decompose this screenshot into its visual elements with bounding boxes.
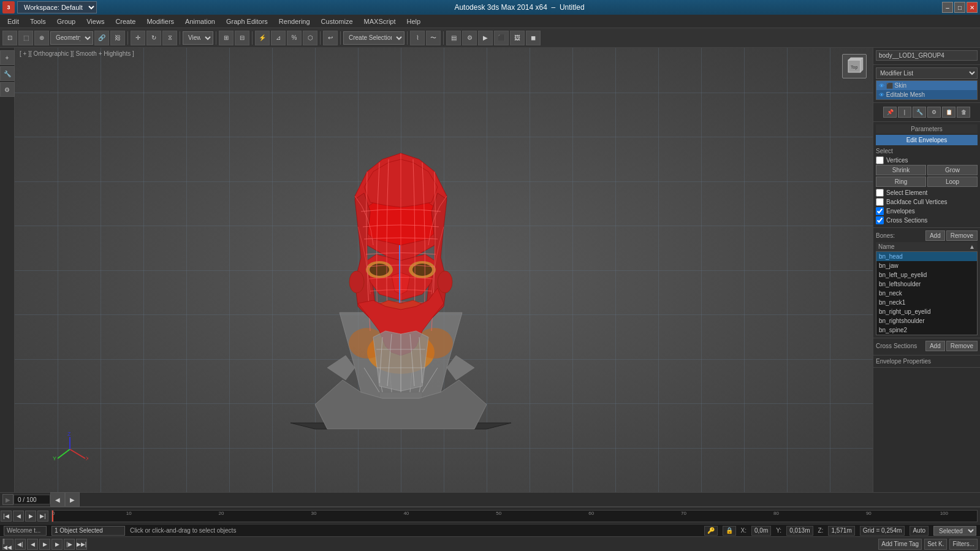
object-name-field[interactable] — [876, 50, 978, 61]
pb-next-frame-btn[interactable]: |▶ — [64, 539, 75, 550]
pb-start-btn[interactable]: |◀◀ — [2, 539, 13, 550]
envelopes-checkbox[interactable] — [876, 207, 884, 215]
bone-item-jaw[interactable]: bn_jaw — [876, 261, 977, 270]
hierarchy-btn[interactable]: ⚙ — [0, 82, 15, 97]
tl-prev-btn[interactable]: ◀ — [13, 511, 24, 522]
layer-btn[interactable]: ▤ — [446, 31, 461, 45]
select-rotate[interactable]: ↻ — [146, 31, 161, 45]
cross-remove-button[interactable]: Remove — [946, 341, 978, 351]
set-keys-btn[interactable]: Set K. — [924, 539, 947, 550]
view-dropdown[interactable]: View — [183, 31, 213, 45]
minimize-button[interactable]: – — [942, 2, 953, 13]
cross-sections-checkbox[interactable] — [876, 216, 884, 224]
render-setup[interactable]: ⚙ — [462, 31, 477, 45]
edit-envelopes-button[interactable]: Edit Envelopes — [876, 135, 978, 145]
pb-prev-key-btn[interactable]: ◀ — [27, 539, 38, 550]
unlink-tool[interactable]: ⛓ — [110, 31, 125, 45]
menu-views[interactable]: Views — [82, 17, 109, 26]
tl-start-btn[interactable]: |◀ — [1, 511, 12, 522]
render-frame[interactable]: 🖼 — [510, 31, 525, 45]
select-filter[interactable]: ⊕ — [34, 31, 49, 45]
bones-remove-button[interactable]: Remove — [946, 230, 978, 241]
menu-tools[interactable]: Tools — [25, 17, 51, 26]
select-region[interactable]: ⬚ — [18, 31, 33, 45]
link-tool[interactable]: 🔗 — [94, 31, 109, 45]
undo-scene[interactable]: ↩ — [323, 31, 338, 45]
modifier-icon-4[interactable]: 📋 — [942, 107, 955, 118]
bone-item-left-up-eyelid[interactable]: bn_left_up_eyelid — [876, 270, 977, 279]
tl-play-btn[interactable]: ▶ — [25, 511, 36, 522]
menu-rendering[interactable]: Rendering — [274, 17, 315, 26]
pivot-btn[interactable]: ⊞ — [219, 31, 234, 45]
bone-item-neck1[interactable]: bn_neck1 — [876, 298, 977, 307]
sort-icon[interactable]: ▲ — [969, 243, 975, 250]
modifier-icon-2[interactable]: 🔧 — [913, 107, 926, 118]
backface-checkbox[interactable] — [876, 198, 884, 206]
geometry-filter-dropdown[interactable]: Geometry — [50, 31, 93, 45]
nav-play-button[interactable]: ▶ — [2, 494, 13, 505]
nav-cube[interactable]: Top — [842, 54, 867, 78]
select-scale[interactable]: ⧖ — [162, 31, 177, 45]
viewport[interactable]: X Y Z Top [ + ][ Orthographic ][ Smooth … — [15, 48, 873, 492]
menu-animation[interactable]: Animation — [180, 17, 220, 26]
select-element-checkbox[interactable] — [876, 189, 884, 197]
menu-modifiers[interactable]: Modifiers — [142, 17, 179, 26]
create-panel-btn[interactable]: + — [0, 50, 15, 65]
selection-dropdown[interactable]: Selected — [933, 526, 976, 536]
modifier-skin[interactable]: 👁 ⬛ Skin — [876, 81, 977, 90]
loop-button[interactable]: Loop — [927, 177, 978, 187]
pb-end-btn[interactable]: ▶▶| — [76, 539, 87, 550]
workspace-dropdown[interactable]: Workspace: Default — [17, 1, 97, 13]
menu-help[interactable]: Help — [402, 17, 426, 26]
pb-play-btn[interactable]: ▶ — [39, 539, 50, 550]
menu-graph-editors[interactable]: Graph Editors — [221, 17, 273, 26]
pin-icon-btn[interactable]: 📌 — [883, 107, 897, 118]
maximize-button[interactable]: □ — [954, 2, 965, 13]
select-tool[interactable]: ⊡ — [2, 31, 17, 45]
nav-arrow-right[interactable]: ▶ — [65, 492, 80, 507]
bone-item-neck[interactable]: bn_neck — [876, 289, 977, 298]
bone-item-rightshoulder[interactable]: bn_rightshoulder — [876, 316, 977, 325]
cross-add-button[interactable]: Add — [925, 341, 945, 351]
bones-add-button[interactable]: Add — [925, 230, 945, 241]
timeline-track[interactable]: 0 10 20 30 40 50 60 70 80 90 100 — [51, 510, 978, 522]
nav-arrow-left[interactable]: ◀ — [50, 492, 65, 507]
ring-button[interactable]: Ring — [876, 177, 926, 187]
modifier-list-dropdown[interactable]: Modifier List — [876, 67, 978, 79]
modify-panel-btn[interactable]: 🔧 — [0, 66, 15, 81]
mirror-btn[interactable]: ⊟ — [235, 31, 249, 45]
bone-item-right-up-eyelid[interactable]: bn_right_up_eyelid — [876, 307, 977, 316]
menu-maxscript[interactable]: MAXScript — [359, 17, 401, 26]
pb-next-key-btn[interactable]: ▶ — [51, 539, 63, 550]
pb-prev-frame-btn[interactable]: ◀| — [15, 539, 26, 550]
angle-snap[interactable]: ⊿ — [271, 31, 286, 45]
spinner-snap[interactable]: ⬡ — [303, 31, 317, 45]
quick-render[interactable]: ⬛ — [494, 31, 509, 45]
snap-toggle[interactable]: ⚡ — [255, 31, 270, 45]
close-button[interactable]: ✕ — [967, 2, 978, 13]
create-selection-dropdown[interactable]: Create Selection — [343, 31, 405, 45]
shrink-button[interactable]: Shrink — [876, 165, 926, 175]
add-time-tag-btn[interactable]: Add Time Tag — [878, 539, 922, 550]
bone-item-head[interactable]: bn_head — [876, 252, 977, 261]
select-move[interactable]: ✛ — [131, 31, 145, 45]
modifier-icon-1[interactable]: | — [898, 107, 911, 118]
preview-btn[interactable]: ◼ — [526, 31, 541, 45]
menu-customize[interactable]: Customize — [316, 17, 358, 26]
modifier-icon-3[interactable]: ⚙ — [927, 107, 941, 118]
grow-button[interactable]: Grow — [927, 165, 978, 175]
menu-edit[interactable]: Edit — [2, 17, 24, 26]
render-btn[interactable]: ▶ — [478, 31, 493, 45]
graph-btn[interactable]: ⌇ — [410, 31, 425, 45]
filters-btn[interactable]: Filters... — [949, 539, 978, 550]
modifier-editable-mesh[interactable]: 👁 Editable Mesh — [876, 90, 977, 99]
percent-snap[interactable]: % — [287, 31, 302, 45]
modifier-icon-5[interactable]: 🗑 — [957, 107, 970, 118]
menu-group[interactable]: Group — [52, 17, 81, 26]
bone-item-leftshoulder[interactable]: bn_leftshoulder — [876, 279, 977, 289]
menu-create[interactable]: Create — [110, 17, 140, 26]
curve-btn[interactable]: 〜 — [426, 31, 441, 45]
tl-next-btn[interactable]: ▶| — [37, 511, 48, 522]
vertices-checkbox[interactable] — [876, 156, 884, 164]
bone-item-spine2[interactable]: bn_spine2 — [876, 325, 977, 335]
